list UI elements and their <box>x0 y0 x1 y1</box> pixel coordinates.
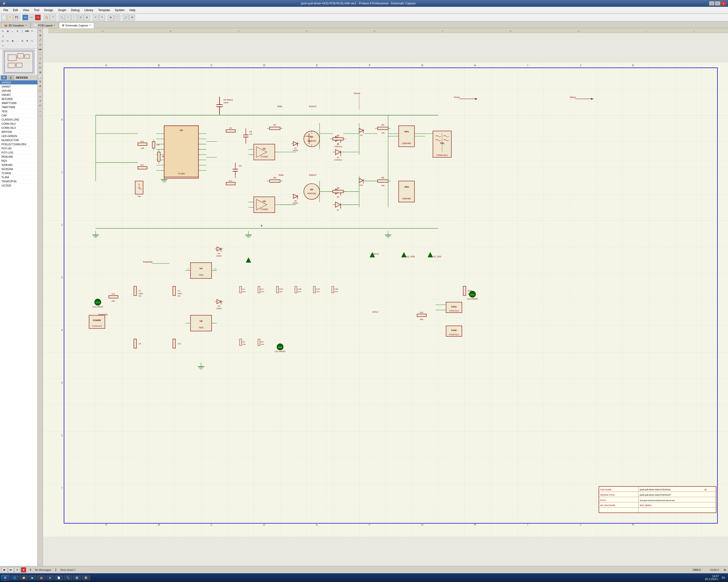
menu-item-help[interactable]: Help <box>127 7 138 13</box>
toolbar-open[interactable]: 📂 <box>7 15 13 20</box>
rotate-tool[interactable]: ↺ <box>38 99 43 103</box>
toolbar-new[interactable]: 📄 <box>1 15 7 20</box>
toolbar-zoom-in[interactable]: 🔍 <box>59 15 64 20</box>
bus-draw[interactable]: ═ <box>38 43 43 47</box>
device-item-conn-sil3[interactable]: CONN-SIL3 <box>0 126 37 130</box>
device-item-trsat2p3s[interactable]: TRSAT2P3S <box>0 179 37 184</box>
taskbar-app1[interactable]: 🔧 <box>64 576 72 580</box>
taskbar-ie[interactable]: 🌐 <box>10 576 19 580</box>
device-item-7815[interactable]: 7815 <box>0 109 37 113</box>
device-item-1n4148[interactable]: 1N4148 <box>0 89 37 93</box>
toolbar-3d[interactable]: 3D <box>22 15 28 20</box>
toolbar-prop[interactable]: ⚙ <box>129 15 135 20</box>
tab-pcb-close[interactable]: ✕ <box>53 24 55 27</box>
toolbar-redo[interactable]: ↷ <box>99 15 105 20</box>
text-tool[interactable]: A <box>25 38 30 43</box>
toolbar-grid2[interactable]: SS <box>35 15 41 20</box>
menu-item-graph[interactable]: Graph <box>56 7 69 13</box>
device-item-1n5407[interactable]: 1N5407 <box>0 93 37 97</box>
start-button[interactable]: ⊞ <box>1 575 9 581</box>
toolbar-copy[interactable]: ⊞ <box>108 15 113 20</box>
device-item-nlinductor[interactable]: NLINDUCTOR <box>0 138 37 142</box>
device-item-cap[interactable]: CAP <box>0 113 37 118</box>
toolbar-home[interactable]: 🏠 <box>44 15 50 20</box>
device-item-3watt100r[interactable]: 3WATT100R <box>0 101 37 105</box>
toolbar-paste[interactable]: 📋 <box>114 15 120 20</box>
close-button[interactable]: ✕ <box>721 1 726 6</box>
device-item-pot-log[interactable]: POT-LOG <box>0 150 37 155</box>
taskbar-firefox[interactable]: 🦊 <box>37 576 45 580</box>
power-sym[interactable]: ⊥ <box>38 56 43 61</box>
device-item-1n4002[interactable]: 1N4002 <box>0 81 37 85</box>
device-item-uc2525[interactable]: UC2525 <box>0 184 37 188</box>
step-button[interactable]: ⏭ <box>8 567 14 573</box>
menu-item-edit[interactable]: Edit <box>10 7 20 13</box>
text-sym[interactable]: A <box>38 84 43 88</box>
sub-circuit[interactable]: ⊢ <box>38 65 43 70</box>
device-item-pot-hg[interactable]: POT-HG <box>0 146 37 150</box>
maximize-button[interactable]: □ <box>715 1 720 6</box>
tab-3d-close[interactable]: ✕ <box>25 24 27 27</box>
pause-button[interactable]: ⏸ <box>15 567 20 573</box>
rec-tool[interactable]: ⊙ <box>20 38 25 43</box>
toolbar-zoom-in2[interactable]: + <box>65 15 71 20</box>
devices-p-tab[interactable]: P <box>1 76 7 80</box>
tab-schematic-capture[interactable]: ⊞ Schematic Capture ✕ <box>59 23 94 28</box>
bus-tool[interactable]: ≡ <box>15 29 20 33</box>
virtual-gen[interactable]: ⊗ <box>38 70 43 75</box>
device-item-sg3525a[interactable]: SG3525A <box>0 167 37 171</box>
menu-item-tool[interactable]: Tool <box>31 7 42 13</box>
box-sym[interactable]: □ <box>38 88 43 93</box>
device-item-3ez18d5[interactable]: 3EZ18D5 <box>0 97 37 101</box>
probe-tool[interactable]: ▷ <box>0 38 5 43</box>
taskbar-chrome[interactable]: ⊕ <box>46 576 54 580</box>
tab-3d-visualizer[interactable]: 📦 3D Visualizer ✕ <box>1 23 30 28</box>
menu-item-file[interactable]: File <box>1 7 10 13</box>
device-item-irfp250[interactable]: IRFP250 <box>0 130 37 134</box>
device-item-classx1-2n2[interactable]: CLASSX1:2N2 <box>0 118 37 122</box>
tape-tool[interactable]: ⊢ <box>5 38 10 43</box>
device-item-res[interactable]: RES <box>0 159 37 163</box>
mirror-h[interactable]: ↔ <box>38 109 43 113</box>
toolbar-zoom-area[interactable]: ⊕ <box>84 15 90 20</box>
menu-item-library[interactable]: Library <box>82 7 96 13</box>
toolbar-zoom-fit[interactable]: ⊡ <box>78 15 83 20</box>
toolbar-undo[interactable]: ↶ <box>93 15 99 20</box>
device-item-conn-sil2[interactable]: CONN-SIL2 <box>0 122 37 126</box>
taskbar-wmp[interactable]: ▶ <box>29 576 36 580</box>
taskbar-pdf[interactable]: 📄 <box>55 576 63 580</box>
plus-tool[interactable]: + <box>0 43 5 48</box>
minimize-button[interactable]: — <box>709 1 714 6</box>
power-tool[interactable]: ⊥ <box>0 33 5 38</box>
device-item-1n4007[interactable]: 1N4007 <box>0 85 37 89</box>
device-item-tc4420[interactable]: TC4420 <box>0 171 37 175</box>
select-tool[interactable]: ↖ <box>0 29 5 33</box>
tab-schematic-close[interactable]: ✕ <box>89 24 91 27</box>
taskbar-explorer[interactable]: 📁 <box>20 576 28 580</box>
toolbar-save[interactable]: 💾 <box>14 15 19 20</box>
component-place[interactable]: ⊕ <box>38 33 43 37</box>
toolbar-zoom-out[interactable]: − <box>71 15 77 20</box>
device-item-7watt6r8[interactable]: 7WATT6R8 <box>0 105 37 109</box>
box-tool[interactable]: □ <box>30 38 34 43</box>
net-label[interactable]: LBL <box>38 47 43 51</box>
menu-item-design[interactable]: Design <box>42 7 56 13</box>
device-item-led-green[interactable]: LED-GREEN <box>0 134 37 138</box>
menu-item-view[interactable]: View <box>20 7 31 13</box>
taskbar-app3[interactable]: 🎨 <box>82 576 90 580</box>
component-tool[interactable]: ⊕ <box>5 29 10 33</box>
wire-tool[interactable]: ∟ <box>10 29 15 33</box>
menu-item-debug[interactable]: Debug <box>69 7 82 13</box>
device-item-pcelect1000u35v[interactable]: PCELECT1000U35V <box>0 142 37 146</box>
toolbar-help[interactable]: ? <box>50 15 56 20</box>
mirror-v[interactable]: ↕ <box>38 114 43 118</box>
toolbar-grid[interactable]: SS <box>29 15 34 20</box>
graph-sym[interactable]: 📊 <box>38 75 43 79</box>
probe-sym[interactable]: ▷ <box>38 61 43 65</box>
devices-l-tab[interactable]: L <box>8 76 14 80</box>
select-arrow[interactable]: ↖ <box>38 29 43 33</box>
taskbar-app2[interactable]: 🖼 <box>73 576 81 580</box>
device-item-s20k460[interactable]: S20K460 <box>0 163 37 167</box>
device-item-tl494[interactable]: TL494 <box>0 175 37 179</box>
bus-entry[interactable]: ⌐ <box>38 52 43 56</box>
